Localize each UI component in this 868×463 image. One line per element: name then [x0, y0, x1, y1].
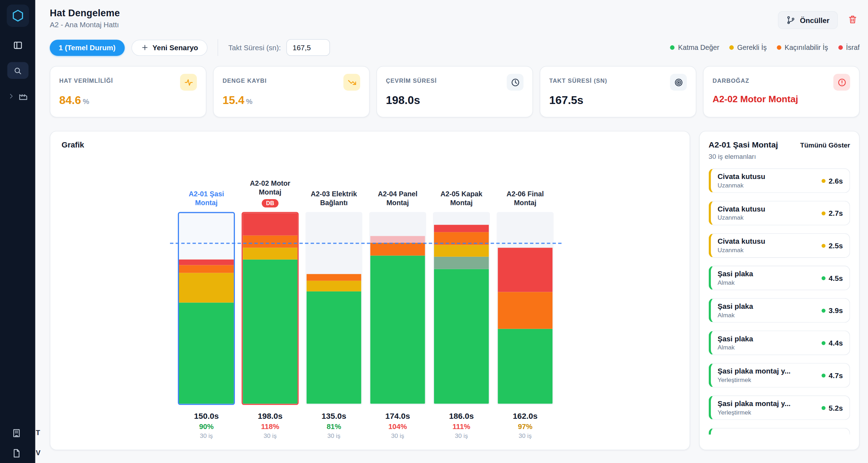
file-icon	[12, 448, 21, 458]
kpi-label: DARBOĞAZ	[712, 77, 749, 84]
main-area: Hat Dengeleme A2 - Ana Montaj Hattı Öncü…	[35, 0, 868, 463]
station-bar-4[interactable]: A2-04 Panel Montaj 174.0s 104% 30 iş	[369, 153, 426, 439]
station-label[interactable]: A2-02 Motor Montaj	[242, 179, 299, 197]
bar-segment[interactable]	[179, 259, 234, 265]
bar-segment[interactable]	[306, 280, 361, 291]
bar-segment[interactable]	[434, 245, 489, 256]
station-utilization: 90%	[178, 422, 235, 431]
bar-segment[interactable]	[306, 274, 361, 280]
task-item-8[interactable]: Şasi plaka montaj y... Yerleştirmek 5.2s	[708, 395, 850, 420]
bar-segment[interactable]	[243, 213, 297, 235]
station-task-count: 30 iş	[433, 432, 490, 439]
predecessors-button[interactable]: Öncüller	[778, 11, 838, 29]
task-type-dot	[821, 211, 825, 215]
task-item-3[interactable]: Civata kutusu Uzanmak 2.5s	[708, 233, 850, 258]
station-bar-2[interactable]: A2-02 Motor Montaj DB 198.0s 118% 30 iş	[242, 153, 299, 439]
task-type-dot	[821, 244, 825, 248]
station-label[interactable]: A2-04 Panel Montaj	[369, 189, 426, 207]
station-label[interactable]: A2-03 Elektrik Bağlantı	[305, 189, 362, 207]
station-utilization: 97%	[497, 422, 554, 431]
bar-segment[interactable]	[498, 292, 552, 329]
bar-segment[interactable]	[370, 236, 425, 243]
station-bar-track[interactable]	[305, 212, 362, 405]
bar-segment[interactable]	[370, 243, 425, 255]
kpi-value: 198.0s	[386, 94, 523, 107]
legend-dot	[838, 45, 843, 50]
bar-segment[interactable]	[243, 259, 297, 404]
task-item-6[interactable]: Şasi plaka Almak 4.4s	[708, 330, 850, 355]
station-stats: 174.0s 104% 30 iş	[369, 412, 426, 439]
legend-label: Kaçınılabilir İş	[785, 44, 828, 51]
station-stats: 150.0s 90% 30 iş	[178, 412, 235, 439]
station-bar-track[interactable]	[369, 212, 426, 405]
station-bar-track[interactable]	[178, 212, 235, 405]
bar-segment[interactable]	[179, 273, 234, 302]
station-label[interactable]: A2-06 Final Montaj	[497, 189, 554, 207]
task-item-2[interactable]: Civata kutusu Uzanmak 2.7s	[708, 201, 850, 226]
bar-segment[interactable]	[179, 265, 234, 273]
takt-time-input[interactable]	[287, 39, 330, 56]
task-item-4[interactable]: Şasi plaka Almak 4.5s	[708, 266, 850, 290]
station-utilization: 118%	[242, 422, 299, 431]
task-title: Şasi plaka montaj y...	[718, 399, 822, 408]
bar-segment[interactable]	[498, 329, 552, 404]
page-subtitle: A2 - Ana Montaj Hattı	[50, 21, 120, 29]
station-stats: 186.0s 111% 30 iş	[433, 412, 490, 439]
bar-segment[interactable]	[434, 256, 489, 269]
station-bar-3[interactable]: A2-03 Elektrik Bağlantı 135.0s 81% 30 iş	[305, 153, 362, 439]
sidebar-item-1-label: T	[36, 429, 40, 437]
sidebar-search-button[interactable]	[7, 62, 28, 79]
station-bar-track[interactable]	[242, 212, 299, 405]
legend-item-2: Kaçınılabilir İş	[777, 44, 828, 51]
bar-segment[interactable]	[243, 235, 297, 248]
station-total-time: 162.0s	[497, 412, 554, 421]
scenario-tab-active[interactable]: 1 (Temel Durum)	[50, 39, 125, 56]
station-utilization: 104%	[369, 422, 426, 431]
task-item-1[interactable]: Civata kutusu Uzanmak 2.6s	[708, 168, 850, 193]
kpi-value: 15.4%	[222, 94, 360, 107]
task-time: 2.7s	[829, 209, 843, 218]
station-task-count: 30 iş	[497, 432, 554, 439]
page-title: Hat Dengeleme	[50, 8, 120, 19]
sidebar-item-1[interactable]: T	[0, 427, 40, 439]
bar-segment[interactable]	[370, 255, 425, 404]
task-item-9[interactable]	[708, 428, 850, 435]
task-type-dot	[821, 341, 825, 345]
bar-segment[interactable]	[434, 225, 489, 232]
task-item-5[interactable]: Şasi plaka Almak 3.9s	[708, 298, 850, 323]
station-label[interactable]: A2-05 Kapak Montaj	[433, 189, 490, 207]
station-bar-1[interactable]: A2-01 Şasi Montaj 150.0s 90% 30 iş	[178, 153, 235, 439]
task-subtitle: Almak	[718, 279, 822, 287]
delete-scenario-button[interactable]	[846, 12, 860, 28]
sidebar-expand-row[interactable]	[7, 91, 28, 101]
hexagon-logo-icon	[11, 9, 24, 22]
chart-title: Grafik	[62, 140, 678, 149]
factory-icon	[18, 91, 28, 101]
bar-segment[interactable]	[306, 291, 361, 404]
station-bar-6[interactable]: A2-06 Final Montaj 162.0s 97% 30 iş	[497, 153, 554, 439]
station-stats: 162.0s 97% 30 iş	[497, 412, 554, 439]
new-scenario-button[interactable]: Yeni Senaryo	[131, 39, 208, 56]
sidebar: T V	[0, 0, 35, 463]
app-logo[interactable]	[6, 5, 29, 27]
task-item-7[interactable]: Şasi plaka montaj y... Yerleştirmek 4.7s	[708, 363, 850, 388]
stacked-bar-chart: A2-01 Şasi Montaj 150.0s 90% 30 iş A2-02…	[62, 153, 678, 439]
station-bar-5[interactable]: A2-05 Kapak Montaj 186.0s 111% 30 iş	[433, 153, 490, 439]
bar-segment[interactable]	[498, 248, 552, 292]
show-all-button[interactable]: Tümünü Göster	[800, 141, 850, 149]
station-bar-track[interactable]	[497, 212, 554, 405]
station-label[interactable]: A2-01 Şasi Montaj	[178, 189, 235, 207]
chart-card: Grafik A2-01 Şasi Montaj 150.0s 90% 30 i…	[50, 131, 690, 450]
sidebar-toggle-button[interactable]	[13, 40, 23, 52]
task-time: 2.5s	[829, 241, 843, 250]
station-bar-track[interactable]	[433, 212, 490, 405]
bar-segment[interactable]	[243, 248, 297, 259]
bar-segment[interactable]	[179, 303, 234, 404]
bar-segment[interactable]	[434, 269, 489, 404]
task-list[interactable]: Civata kutusu Uzanmak 2.6s Civata kutusu…	[708, 168, 850, 435]
task-type-dot	[821, 179, 825, 183]
activity-icon	[180, 74, 197, 91]
sidebar-item-2[interactable]: V	[0, 447, 40, 459]
task-subtitle: Uzanmak	[718, 214, 822, 222]
kpi-card-2: ÇEVRİM SÜRESİ 198.0s	[376, 66, 533, 117]
